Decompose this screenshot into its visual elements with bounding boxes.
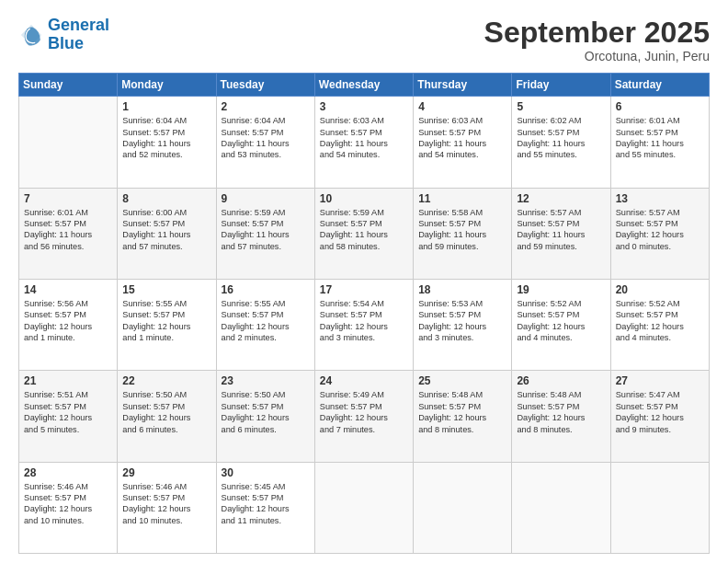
day-number: 22: [122, 374, 210, 387]
header: General Blue September 2025 Orcotuna, Ju…: [18, 17, 710, 63]
table-row: 25Sunrise: 5:48 AM Sunset: 5:57 PM Dayli…: [414, 371, 512, 462]
table-row: 3Sunrise: 6:03 AM Sunset: 5:57 PM Daylig…: [314, 97, 413, 188]
day-info: Sunrise: 6:03 AM Sunset: 5:57 PM Dayligh…: [320, 115, 408, 161]
day-info: Sunrise: 5:58 AM Sunset: 5:57 PM Dayligh…: [418, 207, 506, 253]
day-info: Sunrise: 6:02 AM Sunset: 5:57 PM Dayligh…: [517, 115, 605, 161]
table-row: 11Sunrise: 5:58 AM Sunset: 5:57 PM Dayli…: [414, 188, 512, 279]
col-monday: Monday: [118, 74, 216, 97]
logo-icon: [18, 22, 44, 48]
col-tuesday: Tuesday: [216, 74, 314, 97]
day-number: 21: [24, 374, 112, 387]
month-title: September 2025: [484, 17, 710, 49]
day-number: 7: [24, 192, 112, 205]
day-info: Sunrise: 5:57 AM Sunset: 5:57 PM Dayligh…: [517, 207, 605, 253]
day-info: Sunrise: 5:52 AM Sunset: 5:57 PM Dayligh…: [517, 298, 605, 344]
day-number: 15: [122, 283, 210, 296]
table-row: 1Sunrise: 6:04 AM Sunset: 5:57 PM Daylig…: [118, 97, 216, 188]
table-row: 30Sunrise: 5:45 AM Sunset: 5:57 PM Dayli…: [216, 462, 314, 553]
logo-line2: Blue: [48, 35, 109, 53]
day-number: 11: [418, 192, 506, 205]
day-info: Sunrise: 5:49 AM Sunset: 5:57 PM Dayligh…: [320, 389, 408, 435]
day-number: 6: [616, 100, 704, 113]
col-saturday: Saturday: [610, 74, 709, 97]
day-number: 13: [616, 192, 704, 205]
day-info: Sunrise: 5:52 AM Sunset: 5:57 PM Dayligh…: [616, 298, 704, 344]
day-info: Sunrise: 5:54 AM Sunset: 5:57 PM Dayligh…: [320, 298, 408, 344]
table-row: 26Sunrise: 5:48 AM Sunset: 5:57 PM Dayli…: [512, 371, 610, 462]
day-number: 8: [122, 192, 210, 205]
logo-line1: General: [48, 16, 109, 34]
day-info: Sunrise: 5:46 AM Sunset: 5:57 PM Dayligh…: [122, 481, 210, 527]
calendar-week-3: 14Sunrise: 5:56 AM Sunset: 5:57 PM Dayli…: [19, 279, 710, 370]
table-row: 17Sunrise: 5:54 AM Sunset: 5:57 PM Dayli…: [314, 279, 413, 370]
table-row: 29Sunrise: 5:46 AM Sunset: 5:57 PM Dayli…: [118, 462, 216, 553]
day-info: Sunrise: 5:50 AM Sunset: 5:57 PM Dayligh…: [222, 389, 310, 435]
table-row: 28Sunrise: 5:46 AM Sunset: 5:57 PM Dayli…: [19, 462, 118, 553]
day-info: Sunrise: 5:57 AM Sunset: 5:57 PM Dayligh…: [616, 207, 704, 253]
col-thursday: Thursday: [414, 74, 512, 97]
table-row: [19, 97, 118, 188]
day-number: 5: [517, 100, 605, 113]
col-friday: Friday: [512, 74, 610, 97]
title-block: September 2025 Orcotuna, Junin, Peru: [484, 17, 710, 63]
day-info: Sunrise: 5:50 AM Sunset: 5:57 PM Dayligh…: [122, 389, 210, 435]
calendar-table: Sunday Monday Tuesday Wednesday Thursday…: [18, 73, 710, 554]
day-number: 4: [418, 100, 506, 113]
day-number: 16: [222, 283, 310, 296]
calendar-week-1: 1Sunrise: 6:04 AM Sunset: 5:57 PM Daylig…: [19, 97, 710, 188]
logo: General Blue: [18, 17, 109, 53]
day-info: Sunrise: 5:55 AM Sunset: 5:57 PM Dayligh…: [122, 298, 210, 344]
location-subtitle: Orcotuna, Junin, Peru: [484, 49, 710, 63]
day-number: 14: [24, 283, 112, 296]
table-row: 9Sunrise: 5:59 AM Sunset: 5:57 PM Daylig…: [216, 188, 314, 279]
day-info: Sunrise: 6:01 AM Sunset: 5:57 PM Dayligh…: [24, 207, 112, 253]
day-number: 29: [122, 466, 210, 479]
calendar-week-4: 21Sunrise: 5:51 AM Sunset: 5:57 PM Dayli…: [19, 371, 710, 462]
day-info: Sunrise: 5:45 AM Sunset: 5:57 PM Dayligh…: [222, 481, 310, 527]
day-number: 28: [24, 466, 112, 479]
day-info: Sunrise: 5:59 AM Sunset: 5:57 PM Dayligh…: [320, 207, 408, 253]
table-row: 14Sunrise: 5:56 AM Sunset: 5:57 PM Dayli…: [19, 279, 118, 370]
day-number: 10: [320, 192, 408, 205]
day-number: 3: [320, 100, 408, 113]
table-row: 2Sunrise: 6:04 AM Sunset: 5:57 PM Daylig…: [216, 97, 314, 188]
day-number: 20: [616, 283, 704, 296]
day-info: Sunrise: 5:48 AM Sunset: 5:57 PM Dayligh…: [418, 389, 506, 435]
day-info: Sunrise: 5:51 AM Sunset: 5:57 PM Dayligh…: [24, 389, 112, 435]
table-row: [414, 462, 512, 553]
day-number: 2: [222, 100, 310, 113]
header-row: Sunday Monday Tuesday Wednesday Thursday…: [19, 74, 710, 97]
table-row: 27Sunrise: 5:47 AM Sunset: 5:57 PM Dayli…: [610, 371, 709, 462]
day-info: Sunrise: 5:59 AM Sunset: 5:57 PM Dayligh…: [222, 207, 310, 253]
table-row: 10Sunrise: 5:59 AM Sunset: 5:57 PM Dayli…: [314, 188, 413, 279]
table-row: 21Sunrise: 5:51 AM Sunset: 5:57 PM Dayli…: [19, 371, 118, 462]
table-row: 13Sunrise: 5:57 AM Sunset: 5:57 PM Dayli…: [610, 188, 709, 279]
day-info: Sunrise: 5:47 AM Sunset: 5:57 PM Dayligh…: [616, 389, 704, 435]
table-row: 7Sunrise: 6:01 AM Sunset: 5:57 PM Daylig…: [19, 188, 118, 279]
day-number: 12: [517, 192, 605, 205]
calendar-week-5: 28Sunrise: 5:46 AM Sunset: 5:57 PM Dayli…: [19, 462, 710, 553]
table-row: 5Sunrise: 6:02 AM Sunset: 5:57 PM Daylig…: [512, 97, 610, 188]
day-number: 24: [320, 374, 408, 387]
table-row: 20Sunrise: 5:52 AM Sunset: 5:57 PM Dayli…: [610, 279, 709, 370]
table-row: [610, 462, 709, 553]
day-number: 25: [418, 374, 506, 387]
day-number: 19: [517, 283, 605, 296]
day-number: 30: [222, 466, 310, 479]
day-info: Sunrise: 6:01 AM Sunset: 5:57 PM Dayligh…: [616, 115, 704, 161]
day-info: Sunrise: 6:04 AM Sunset: 5:57 PM Dayligh…: [222, 115, 310, 161]
table-row: 4Sunrise: 6:03 AM Sunset: 5:57 PM Daylig…: [414, 97, 512, 188]
day-info: Sunrise: 6:03 AM Sunset: 5:57 PM Dayligh…: [418, 115, 506, 161]
day-number: 18: [418, 283, 506, 296]
day-info: Sunrise: 5:56 AM Sunset: 5:57 PM Dayligh…: [24, 298, 112, 344]
day-info: Sunrise: 6:00 AM Sunset: 5:57 PM Dayligh…: [122, 207, 210, 253]
day-number: 27: [616, 374, 704, 387]
calendar-week-2: 7Sunrise: 6:01 AM Sunset: 5:57 PM Daylig…: [19, 188, 710, 279]
table-row: [314, 462, 413, 553]
table-row: 18Sunrise: 5:53 AM Sunset: 5:57 PM Dayli…: [414, 279, 512, 370]
table-row: 23Sunrise: 5:50 AM Sunset: 5:57 PM Dayli…: [216, 371, 314, 462]
table-row: 8Sunrise: 6:00 AM Sunset: 5:57 PM Daylig…: [118, 188, 216, 279]
table-row: 22Sunrise: 5:50 AM Sunset: 5:57 PM Dayli…: [118, 371, 216, 462]
table-row: 16Sunrise: 5:55 AM Sunset: 5:57 PM Dayli…: [216, 279, 314, 370]
table-row: 6Sunrise: 6:01 AM Sunset: 5:57 PM Daylig…: [610, 97, 709, 188]
